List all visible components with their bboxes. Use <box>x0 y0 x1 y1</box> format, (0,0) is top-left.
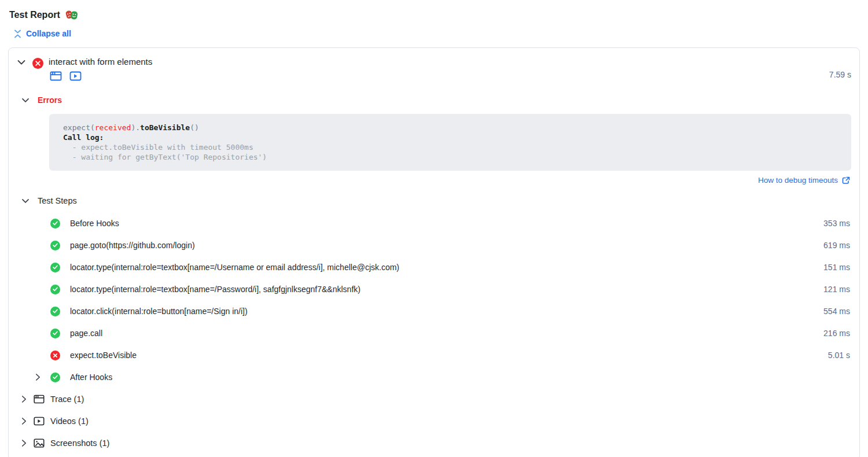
collapse-all-icon <box>14 30 21 38</box>
collapse-all-button[interactable]: Collapse all <box>14 29 860 38</box>
trace-section-row[interactable]: Trace (1) <box>17 388 851 410</box>
video-link-icon[interactable] <box>68 71 82 82</box>
test-title: interact with form elements <box>49 56 829 68</box>
chevron-down-icon[interactable] <box>21 198 30 204</box>
test-step-row[interactable]: locator.click(internal:role=button[name=… <box>17 300 851 322</box>
step-label: After Hooks <box>70 373 850 382</box>
step-label: locator.type(internal:role=textbox[name=… <box>70 285 823 294</box>
screenshots-section-row[interactable]: Screenshots (1) <box>17 432 851 454</box>
step-duration: 5.01 s <box>828 351 851 360</box>
step-duration: 216 ms <box>823 329 851 338</box>
collapse-all-label: Collapse all <box>26 29 71 38</box>
chevron-right-icon[interactable] <box>21 395 27 403</box>
step-label: locator.click(internal:role=button[name=… <box>70 307 823 316</box>
report-page: Test Report Collapse all <box>0 0 868 457</box>
error-received: received <box>95 123 131 132</box>
pass-status-icon <box>50 329 60 338</box>
step-duration: 619 ms <box>823 241 851 250</box>
test-duration: 7.59 s <box>829 70 851 79</box>
screenshots-section-label: Screenshots (1) <box>50 438 109 448</box>
step-duration: 353 ms <box>823 219 851 228</box>
step-duration: 151 ms <box>823 263 851 272</box>
test-step-row[interactable]: After Hooks <box>17 366 851 388</box>
step-duration: 554 ms <box>823 307 851 316</box>
test-step-row[interactable]: page.call 216 ms <box>17 322 851 344</box>
test-step-row[interactable]: locator.type(internal:role=textbox[name=… <box>17 278 851 300</box>
test-step-row[interactable]: expect.toBeVisible 5.01 s <box>17 344 851 366</box>
video-icon <box>34 417 45 426</box>
call-log-line: - expect.toBeVisible with timeout 5000ms <box>63 143 253 152</box>
error-text: expect( <box>63 123 95 132</box>
trace-icon <box>34 395 45 404</box>
step-label: page.goto(https://github.com/login) <box>70 241 823 250</box>
test-header[interactable]: interact with form elements 7.59 s <box>17 56 851 82</box>
videos-section-label: Videos (1) <box>50 417 89 426</box>
test-step-row[interactable]: page.goto(https://github.com/login) 619 … <box>17 234 851 256</box>
test-step-row[interactable]: Before Hooks 353 ms <box>17 212 851 234</box>
step-duration: 121 ms <box>823 285 851 294</box>
pass-status-icon <box>50 219 60 228</box>
errors-section-header[interactable]: Errors <box>21 95 851 105</box>
chevron-down-icon[interactable] <box>21 98 30 103</box>
page-title-text: Test Report <box>9 10 60 20</box>
debug-timeouts-label: How to debug timeouts <box>758 176 838 185</box>
image-icon <box>34 438 45 448</box>
pass-status-icon <box>50 263 60 272</box>
test-steps-list: Before Hooks 353 ms page.goto(https://gi… <box>17 212 851 454</box>
page-title: Test Report <box>9 9 860 20</box>
test-title-block: interact with form elements <box>49 56 829 82</box>
step-label: Before Hooks <box>70 219 823 228</box>
call-log-label: Call log: <box>63 133 104 142</box>
chevron-right-icon[interactable] <box>21 439 27 447</box>
fail-status-icon <box>50 351 60 360</box>
error-message-block: expect(received).toBeVisible() Call log:… <box>49 114 851 171</box>
test-result-card: interact with form elements 7.59 s <box>8 47 860 457</box>
theater-masks-icon <box>65 9 78 20</box>
step-label: page.call <box>70 329 823 338</box>
chevron-right-icon[interactable] <box>35 373 41 381</box>
errors-label: Errors <box>38 95 62 105</box>
fail-status-icon <box>32 58 43 69</box>
step-label: expect.toBeVisible <box>70 351 828 360</box>
test-quick-links <box>49 71 829 82</box>
call-log-line: - waiting for getByText('Top Repositorie… <box>63 153 267 161</box>
trace-link-icon[interactable] <box>49 71 62 82</box>
pass-status-icon <box>50 241 60 250</box>
videos-section-row[interactable]: Videos (1) <box>17 410 851 432</box>
test-steps-section-header[interactable]: Test Steps <box>21 196 851 205</box>
trace-section-label: Trace (1) <box>50 395 84 404</box>
external-link-icon <box>842 176 850 185</box>
pass-status-icon <box>50 307 60 316</box>
chevron-right-icon[interactable] <box>21 417 27 425</box>
pass-status-icon <box>50 373 60 382</box>
test-steps-label: Test Steps <box>38 196 77 205</box>
step-label: locator.type(internal:role=textbox[name=… <box>70 263 823 272</box>
pass-status-icon <box>50 285 60 294</box>
test-step-row[interactable]: locator.type(internal:role=textbox[name=… <box>17 256 851 278</box>
debug-timeouts-link[interactable]: How to debug timeouts <box>17 176 850 185</box>
chevron-down-icon[interactable] <box>17 60 26 65</box>
